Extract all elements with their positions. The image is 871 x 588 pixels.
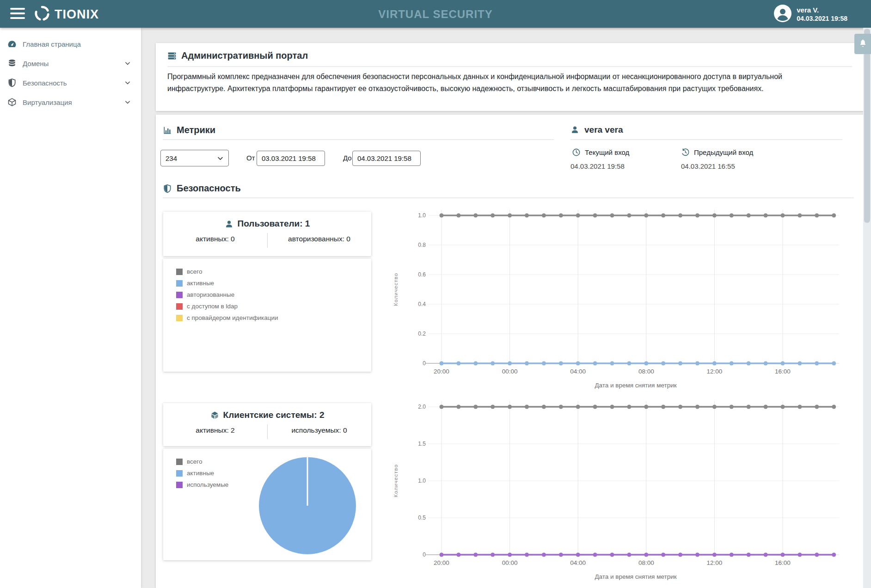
svg-text:1.5: 1.5 [418, 441, 426, 447]
to-date-input[interactable] [352, 151, 421, 166]
legend-label: активные [187, 470, 214, 477]
legend-swatch [176, 315, 183, 321]
legend-label: используемые [187, 481, 228, 488]
legend-swatch [176, 470, 183, 477]
clients-chart-legend: всегоактивныеиспользуемые [176, 458, 228, 493]
metrics-heading: Метрики [163, 125, 215, 135]
sidebar-item-security[interactable]: Безопасность [0, 73, 141, 92]
svg-text:0.8: 0.8 [418, 242, 426, 248]
divider [167, 66, 852, 67]
sidebar-item-label: Домены [23, 60, 49, 67]
intro-heading: Административный портал [167, 50, 308, 61]
svg-text:Дата и время снятия метрик: Дата и время снятия метрик [595, 573, 676, 580]
svg-text:0: 0 [423, 360, 426, 367]
shield-icon [7, 78, 17, 87]
legend-item[interactable]: с провайдером идентификации [176, 314, 278, 321]
divider [570, 139, 842, 140]
legend-label: с доступом в ldap [187, 303, 238, 310]
users-stats-row: активных: 0 авторизованных: 0 [163, 235, 371, 243]
svg-text:20:00: 20:00 [434, 368, 449, 375]
stat-separator [267, 233, 268, 248]
tionix-logo[interactable]: TIONIX [33, 5, 99, 24]
metrics-select[interactable]: 234 [160, 150, 229, 166]
svg-text:20:00: 20:00 [434, 559, 449, 566]
clock-icon [572, 148, 581, 157]
legend-item[interactable]: всего [176, 268, 278, 275]
users-legend-card: всегоактивныеавторизованныес доступом в … [163, 259, 371, 372]
svg-text:16:00: 16:00 [775, 559, 791, 566]
page-title: VIRTUAL SECURITY [0, 8, 871, 21]
legend-label: авторизованные [187, 291, 234, 298]
legend-item[interactable]: всего [176, 458, 228, 465]
legend-item[interactable]: активные [176, 470, 228, 477]
legend-swatch [176, 269, 183, 275]
sidebar: Главная страница Домены Бе [0, 28, 141, 588]
metrics-title: Метрики [177, 125, 215, 135]
app-root: TIONIX VIRTUAL SECURITY vera V. 04.03.20… [0, 0, 871, 588]
svg-text:Количество: Количество [393, 464, 399, 497]
dashboard-icon [7, 39, 17, 49]
stat-separator [267, 424, 268, 439]
users-line-chart: 00.20.40.60.81.020:0000:0004:0008:0012:0… [387, 207, 849, 392]
cube-icon [7, 98, 17, 107]
sidebar-item-label: Безопасность [23, 79, 67, 87]
clients-card-title-row: Клиентские системы: 2 [163, 410, 371, 420]
svg-text:1.0: 1.0 [418, 478, 426, 484]
legend-item[interactable]: с доступом в ldap [176, 303, 278, 310]
legend-swatch [176, 482, 183, 488]
clients-used-stat: используемых: 0 [267, 426, 371, 435]
legend-label: всего [187, 268, 202, 275]
current-login-label: Текущий вход [585, 148, 629, 156]
security-title: Безопасность [177, 183, 241, 194]
current-login-value: 04.03.2021 19:58 [570, 162, 625, 170]
legend-item[interactable]: используемые [176, 481, 228, 488]
svg-text:0.6: 0.6 [418, 271, 426, 278]
svg-text:16:00: 16:00 [775, 368, 791, 375]
divider [163, 139, 554, 140]
scrollbar-thumb[interactable] [864, 29, 870, 223]
bell-icon [859, 39, 867, 49]
history-icon [681, 148, 690, 157]
from-date-input[interactable] [257, 151, 325, 166]
previous-login-value: 04.03.2021 16:55 [681, 162, 735, 170]
sidebar-item-label: Виртуализация [23, 98, 72, 106]
sidebar-item-virtualization[interactable]: Виртуализация [0, 92, 141, 112]
svg-text:00:00: 00:00 [502, 559, 518, 566]
svg-text:12:00: 12:00 [707, 559, 723, 566]
users-card-title: Пользователи: 1 [238, 219, 310, 229]
chevron-down-icon [124, 99, 131, 105]
intro-title: Административный портал [181, 50, 308, 61]
user-menu[interactable]: vera V. 04.03.2021 19:58 [774, 5, 847, 24]
sidebar-item-domains[interactable]: Домены [0, 54, 141, 73]
svg-text:Количество: Количество [393, 273, 399, 306]
sidebar-item-home[interactable]: Главная страница [0, 34, 141, 54]
box-icon [210, 411, 219, 420]
notifications-button[interactable] [854, 34, 871, 54]
user-icon [225, 220, 233, 228]
legend-swatch [176, 292, 183, 298]
avatar-icon [774, 5, 791, 24]
page-scrollbar[interactable] [863, 28, 871, 588]
svg-text:00:00: 00:00 [502, 368, 518, 375]
users-chart-legend: всегоактивныеавторизованныес доступом в … [176, 268, 278, 326]
users-stat-card: Пользователи: 1 активных: 0 авторизованн… [163, 212, 371, 256]
legend-item[interactable]: активные [176, 280, 278, 287]
menu-toggle-button[interactable] [10, 8, 25, 20]
server-stack-icon [167, 51, 177, 61]
intro-description: Программный комплекс предназначен для об… [167, 71, 840, 95]
chevron-down-icon [124, 60, 131, 67]
intro-card: Административный портал Программный комп… [156, 43, 864, 111]
users-authorized-stat: авторизованных: 0 [267, 235, 371, 243]
sidebar-item-label: Главная страница [23, 40, 81, 48]
svg-text:08:00: 08:00 [638, 368, 654, 375]
clients-line-chart: 00.51.01.52.020:0000:0004:0008:0012:0016… [387, 398, 849, 587]
to-label: До [343, 154, 352, 162]
bar-chart-icon [163, 126, 172, 135]
tionix-swirl-icon [33, 5, 51, 24]
legend-item[interactable]: авторизованные [176, 291, 278, 298]
database-icon [7, 59, 17, 68]
user-panel-heading: vera vera [570, 125, 623, 135]
svg-text:0.2: 0.2 [418, 331, 426, 337]
legend-swatch [176, 280, 183, 287]
chevron-down-icon [124, 80, 131, 86]
